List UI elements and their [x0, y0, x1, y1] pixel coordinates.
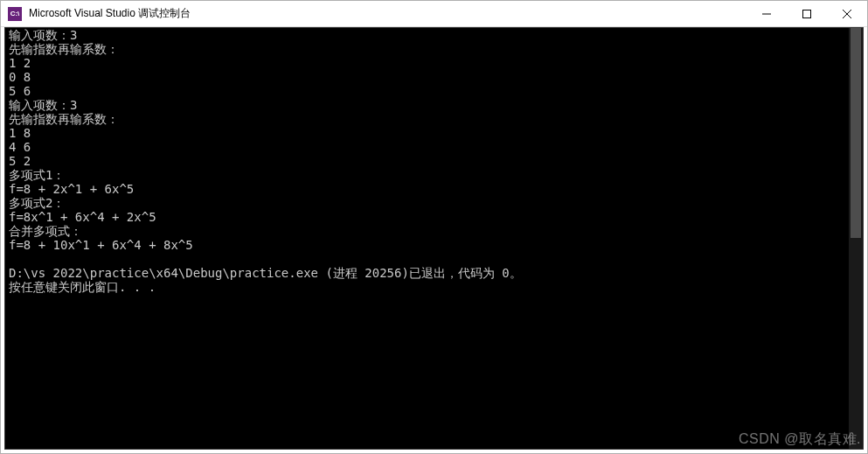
console-line: 按任意键关闭此窗口. . .	[9, 280, 859, 294]
minimize-icon	[762, 10, 771, 18]
minimize-button[interactable]	[746, 1, 787, 26]
console-line: 输入项数：3	[9, 28, 859, 42]
console-line: 输入项数：3	[9, 98, 859, 112]
svg-rect-1	[803, 10, 811, 17]
app-icon: C:\	[8, 7, 22, 21]
console-window: C:\ Microsoft Visual Studio 调试控制台 输入项数：3…	[0, 0, 868, 454]
window-title: Microsoft Visual Studio 调试控制台	[29, 6, 746, 21]
maximize-button[interactable]	[787, 1, 827, 26]
console-line: 先输指数再输系数：	[9, 42, 859, 56]
close-button[interactable]	[827, 1, 867, 26]
console-line: 5 6	[9, 84, 859, 98]
window-controls	[746, 1, 867, 26]
console-output[interactable]: 输入项数：3先输指数再输系数：1 20 85 6输入项数：3先输指数再输系数：1…	[5, 28, 863, 449]
console-body: 输入项数：3先输指数再输系数：1 20 85 6输入项数：3先输指数再输系数：1…	[4, 27, 864, 450]
console-line: 5 2	[9, 154, 859, 168]
console-line: 先输指数再输系数：	[9, 112, 859, 126]
console-line: 1 2	[9, 56, 859, 70]
console-line: 4 6	[9, 140, 859, 154]
console-line: f=8 + 2x^1 + 6x^5	[9, 182, 859, 196]
console-line: f=8 + 10x^1 + 6x^4 + 8x^5	[9, 238, 859, 252]
scrollbar-thumb[interactable]	[851, 28, 861, 238]
console-line: f=8x^1 + 6x^4 + 2x^5	[9, 210, 859, 224]
console-line: 多项式1：	[9, 168, 859, 182]
console-line: D:\vs 2022\practice\x64\Debug\practice.e…	[9, 266, 859, 280]
titlebar[interactable]: C:\ Microsoft Visual Studio 调试控制台	[1, 1, 867, 27]
console-line: 多项式2：	[9, 196, 859, 210]
close-icon	[843, 10, 851, 18]
console-line	[9, 252, 859, 266]
vertical-scrollbar[interactable]	[849, 28, 863, 449]
console-line: 1 8	[9, 126, 859, 140]
maximize-icon	[802, 10, 811, 18]
console-line: 合并多项式：	[9, 224, 859, 238]
console-line: 0 8	[9, 70, 859, 84]
